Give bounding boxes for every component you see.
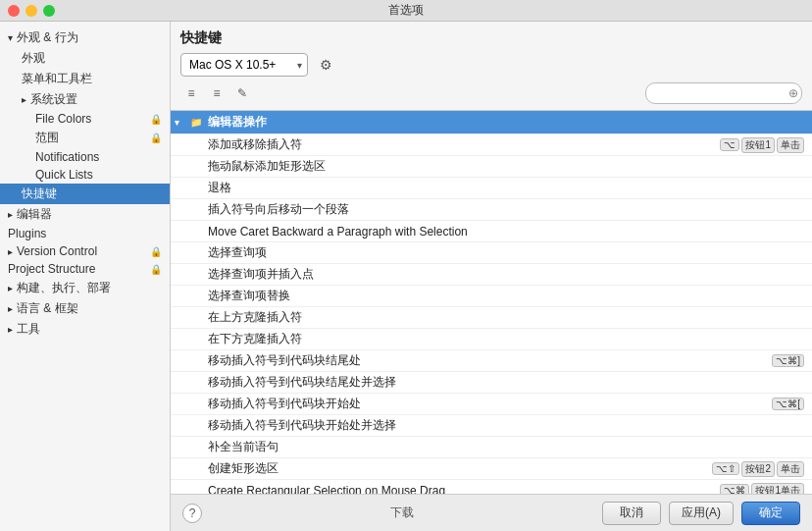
shortcut-name: 添加或移除插入符 bbox=[204, 134, 718, 155]
sidebar-item-file-colors[interactable]: File Colors 🔒 bbox=[0, 110, 170, 128]
sidebar-group-label: 语言 & 框架 bbox=[17, 300, 78, 317]
table-row[interactable]: 补全当前语句 bbox=[171, 437, 812, 458]
shortcut-name: 选择查询项 bbox=[204, 242, 804, 263]
sidebar-item-notifications[interactable]: Notifications bbox=[0, 148, 170, 166]
table-row[interactable]: Move Caret Backward a Paragraph with Sel… bbox=[171, 221, 812, 242]
sidebar-group-label: 系统设置 bbox=[30, 91, 77, 108]
sidebar-item-quick-lists[interactable]: Quick Lists bbox=[0, 166, 170, 184]
shortcut-keys: ⌥按钮1单击 bbox=[718, 137, 808, 153]
sidebar-item-plugins[interactable]: Plugins bbox=[0, 225, 170, 242]
shortcut-name: 补全当前语句 bbox=[204, 437, 804, 457]
keymap-dropdown-wrapper: Mac OS X 10.5+ Default Mac OS X Eclipse … bbox=[180, 53, 308, 77]
sidebar-group-languages[interactable]: ▸ 语言 & 框架 bbox=[0, 298, 170, 319]
table-row[interactable]: 选择查询项 bbox=[171, 242, 812, 264]
sidebar-item-label: Notifications bbox=[35, 150, 99, 164]
shortcut-name: 在上方克隆插入符 bbox=[204, 307, 804, 328]
shortcut-keys: ⌥⌘按钮1单击 bbox=[718, 483, 808, 495]
sidebar-item-keymap[interactable]: 快捷键 bbox=[0, 184, 170, 204]
sidebar-item-project-structure[interactable]: Project Structure 🔒 bbox=[0, 260, 170, 278]
table-row[interactable]: 插入符号向后移动一个段落 bbox=[171, 199, 812, 221]
table-row[interactable]: 选择查询项并插入点 bbox=[171, 264, 812, 286]
group-header-row: ▾ 📁 编辑器操作 bbox=[171, 111, 812, 134]
table-row[interactable]: Create Rectangular Selection on Mouse Dr… bbox=[171, 480, 812, 494]
keymap-dropdown[interactable]: Mac OS X 10.5+ Default Mac OS X Eclipse … bbox=[180, 53, 308, 77]
table-row[interactable]: 选择查询项替换 bbox=[171, 286, 812, 307]
shortcut-name: Create Rectangular Selection on Mouse Dr… bbox=[204, 482, 718, 495]
table-row[interactable]: 移动插入符号到代码块开始处 ⌥⌘[ bbox=[171, 394, 812, 415]
filter-row: ≡ ≡ ✎ ⊕ bbox=[180, 82, 802, 104]
shortcut-name: 移动插入符号到代码块开始处 bbox=[204, 394, 770, 414]
sidebar-item-scope[interactable]: 范围 🔒 bbox=[0, 128, 170, 148]
table-row[interactable]: 在下方克隆插入符 bbox=[171, 329, 812, 350]
edit-button[interactable]: ✎ bbox=[231, 82, 253, 104]
list-view-button[interactable]: ≡ bbox=[180, 82, 202, 104]
shortcut-name: 退格 bbox=[204, 178, 804, 198]
ok-button[interactable]: 确定 bbox=[741, 502, 800, 525]
sidebar-group-editor[interactable]: ▸ 编辑器 bbox=[0, 204, 170, 225]
shortcut-name: 移动插入符号到代码块结尾处并选择 bbox=[204, 372, 804, 393]
window-controls bbox=[8, 5, 55, 17]
sidebar-item-label: Plugins bbox=[8, 227, 46, 240]
sidebar-group-system[interactable]: ▸ 系统设置 bbox=[0, 89, 170, 110]
sidebar-group-label: 编辑器 bbox=[17, 206, 52, 223]
sidebar: ▾ 外观 & 行为 外观 菜单和工具栏 ▸ 系统设置 File Colors 🔒… bbox=[0, 22, 171, 531]
lock-icon: 🔒 bbox=[150, 264, 162, 275]
arrow-icon: ▸ bbox=[8, 246, 13, 257]
apply-button[interactable]: 应用(A) bbox=[669, 502, 734, 525]
table-row[interactable]: 退格 bbox=[171, 178, 812, 199]
sidebar-group-label: 构建、执行、部署 bbox=[17, 280, 111, 296]
sidebar-group-label: 工具 bbox=[17, 321, 40, 338]
table-row[interactable]: 移动插入符号到代码块结尾处 ⌥⌘] bbox=[171, 350, 812, 372]
sidebar-group-build[interactable]: ▸ 构建、执行、部署 bbox=[0, 278, 170, 298]
table-row[interactable]: 移动插入符号到代码块开始处并选择 bbox=[171, 415, 812, 437]
arrow-icon: ▸ bbox=[8, 324, 13, 335]
gear-button[interactable]: ⚙ bbox=[314, 53, 337, 77]
lock-icon: 🔒 bbox=[150, 133, 162, 143]
sidebar-item-label: Project Structure bbox=[8, 262, 95, 276]
sidebar-item-appearance[interactable]: 外观 bbox=[0, 48, 170, 69]
shortcut-keys: ⌥⌘[ bbox=[770, 398, 808, 410]
arrow-icon: ▸ bbox=[22, 94, 26, 105]
search-input[interactable] bbox=[645, 82, 802, 104]
shortcut-name: Move Caret Backward a Paragraph with Sel… bbox=[204, 223, 804, 240]
sidebar-item-menus[interactable]: 菜单和工具栏 bbox=[0, 69, 170, 89]
shortcut-keys: ⌥⌘] bbox=[770, 354, 808, 367]
shortcut-name: 选择查询项替换 bbox=[204, 286, 804, 306]
shortcut-name: 在下方克隆插入符 bbox=[204, 329, 804, 349]
table-row[interactable]: 移动插入符号到代码块结尾处并选择 bbox=[171, 372, 812, 394]
shortcut-name: 创建矩形选区 bbox=[204, 458, 710, 479]
sidebar-item-label: 范围 bbox=[35, 130, 59, 146]
search-icon-button[interactable]: ⊕ bbox=[788, 86, 798, 100]
close-button[interactable] bbox=[8, 5, 20, 17]
cancel-button[interactable]: 取消 bbox=[602, 502, 661, 525]
sidebar-group-label: Version Control bbox=[17, 244, 97, 258]
sidebar-item-label: Quick Lists bbox=[35, 168, 93, 182]
shortcut-name: 移动插入符号到代码块开始处并选择 bbox=[204, 415, 804, 436]
table-row[interactable]: 添加或移除插入符 ⌥按钮1单击 bbox=[171, 134, 812, 156]
arrow-icon: ▾ bbox=[8, 32, 13, 43]
help-button[interactable]: ? bbox=[182, 504, 202, 523]
table-row[interactable]: 在上方克隆插入符 bbox=[171, 307, 812, 329]
content-title: 快捷键 bbox=[180, 29, 802, 47]
sidebar-group-vcs[interactable]: ▸ Version Control 🔒 bbox=[0, 242, 170, 260]
title-bar: 首选项 bbox=[0, 0, 812, 22]
window-title: 首选项 bbox=[388, 2, 424, 19]
sidebar-group-appearance[interactable]: ▾ 外观 & 行为 bbox=[0, 27, 170, 48]
minimize-button[interactable] bbox=[25, 5, 37, 17]
sidebar-group-tools[interactable]: ▸ 工具 bbox=[0, 319, 170, 340]
maximize-button[interactable] bbox=[43, 5, 55, 17]
table-row[interactable]: 拖动鼠标添加矩形选区 bbox=[171, 156, 812, 178]
group-view-button[interactable]: ≡ bbox=[206, 82, 228, 104]
footer-text: 下载 bbox=[390, 504, 414, 521]
toolbar-row: Mac OS X 10.5+ Default Mac OS X Eclipse … bbox=[180, 53, 802, 77]
sidebar-item-label: 外观 bbox=[22, 50, 45, 67]
shortcut-name: 移动插入符号到代码块结尾处 bbox=[204, 350, 770, 371]
group-name: 编辑器操作 bbox=[204, 112, 808, 133]
expand-icon: ▾ bbox=[175, 118, 188, 128]
folder-icon: 📁 bbox=[188, 117, 204, 128]
search-box: ⊕ bbox=[645, 82, 802, 104]
content-header: 快捷键 Mac OS X 10.5+ Default Mac OS X Ecli… bbox=[171, 22, 812, 111]
table-row[interactable]: 创建矩形选区 ⌥⇧按钮2单击 bbox=[171, 458, 812, 480]
bottom-bar: ? 下载 取消 应用(A) 确定 bbox=[171, 494, 812, 531]
sidebar-group-label: 外观 & 行为 bbox=[17, 29, 78, 46]
